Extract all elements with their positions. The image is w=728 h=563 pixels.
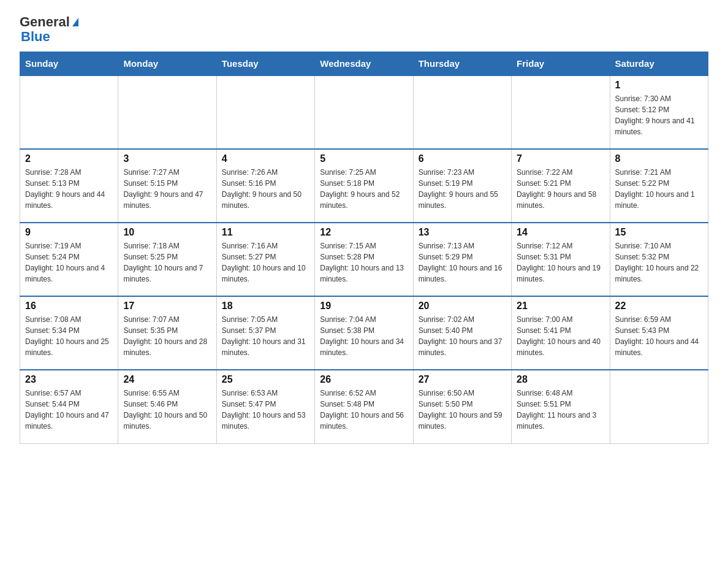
- day-number: 17: [123, 301, 211, 312]
- calendar-cell: 25Sunrise: 6:53 AMSunset: 5:47 PMDayligh…: [216, 370, 314, 443]
- day-number: 12: [320, 227, 408, 238]
- calendar-table: SundayMondayTuesdayWednesdayThursdayFrid…: [20, 52, 708, 444]
- calendar-cell: 24Sunrise: 6:55 AMSunset: 5:46 PMDayligh…: [118, 370, 216, 443]
- day-info: Sunrise: 7:08 AMSunset: 5:34 PMDaylight:…: [25, 314, 113, 358]
- day-number: 1: [615, 80, 703, 91]
- calendar-cell: [20, 75, 118, 149]
- day-info: Sunrise: 7:04 AMSunset: 5:38 PMDaylight:…: [320, 314, 408, 358]
- logo: General Blue: [20, 15, 78, 44]
- day-info: Sunrise: 7:00 AMSunset: 5:41 PMDaylight:…: [517, 314, 604, 358]
- day-number: 7: [517, 153, 604, 164]
- week-row-4: 16Sunrise: 7:08 AMSunset: 5:34 PMDayligh…: [20, 296, 708, 370]
- day-info: Sunrise: 7:07 AMSunset: 5:35 PMDaylight:…: [123, 314, 211, 358]
- day-info: Sunrise: 7:13 AMSunset: 5:29 PMDaylight:…: [419, 240, 506, 285]
- day-info: Sunrise: 7:18 AMSunset: 5:25 PMDaylight:…: [123, 240, 211, 285]
- day-number: 8: [615, 153, 703, 164]
- calendar-cell: [512, 75, 610, 149]
- day-info: Sunrise: 7:25 AMSunset: 5:18 PMDaylight:…: [320, 167, 408, 211]
- week-row-5: 23Sunrise: 6:57 AMSunset: 5:44 PMDayligh…: [20, 370, 708, 443]
- calendar-cell: 11Sunrise: 7:16 AMSunset: 5:27 PMDayligh…: [216, 223, 314, 296]
- day-number: 6: [419, 153, 506, 164]
- day-info: Sunrise: 7:27 AMSunset: 5:15 PMDaylight:…: [123, 167, 211, 211]
- calendar-cell: [610, 370, 708, 443]
- week-row-1: 1Sunrise: 7:30 AMSunset: 5:12 PMDaylight…: [20, 75, 708, 149]
- day-info: Sunrise: 7:23 AMSunset: 5:19 PMDaylight:…: [419, 167, 506, 211]
- week-row-3: 9Sunrise: 7:19 AMSunset: 5:24 PMDaylight…: [20, 223, 708, 296]
- calendar-cell: 15Sunrise: 7:10 AMSunset: 5:32 PMDayligh…: [610, 223, 708, 296]
- calendar-cell: 14Sunrise: 7:12 AMSunset: 5:31 PMDayligh…: [512, 223, 610, 296]
- weekday-header-row: SundayMondayTuesdayWednesdayThursdayFrid…: [20, 52, 708, 76]
- day-number: 19: [320, 301, 408, 312]
- calendar-cell: 16Sunrise: 7:08 AMSunset: 5:34 PMDayligh…: [20, 296, 118, 370]
- day-number: 5: [320, 153, 408, 164]
- day-info: Sunrise: 7:05 AMSunset: 5:37 PMDaylight:…: [222, 314, 309, 358]
- day-info: Sunrise: 6:57 AMSunset: 5:44 PMDaylight:…: [25, 388, 113, 432]
- day-number: 2: [25, 153, 113, 164]
- day-info: Sunrise: 6:55 AMSunset: 5:46 PMDaylight:…: [123, 388, 211, 432]
- day-number: 24: [123, 374, 211, 385]
- logo-text-general: General: [20, 15, 70, 29]
- day-info: Sunrise: 7:21 AMSunset: 5:22 PMDaylight:…: [615, 167, 703, 211]
- day-info: Sunrise: 7:19 AMSunset: 5:24 PMDaylight:…: [25, 240, 113, 285]
- calendar-cell: 6Sunrise: 7:23 AMSunset: 5:19 PMDaylight…: [413, 149, 511, 223]
- day-info: Sunrise: 6:53 AMSunset: 5:47 PMDaylight:…: [222, 388, 309, 432]
- calendar-cell: 13Sunrise: 7:13 AMSunset: 5:29 PMDayligh…: [413, 223, 511, 296]
- day-number: 3: [123, 153, 211, 164]
- day-number: 28: [517, 374, 604, 385]
- calendar-cell: 12Sunrise: 7:15 AMSunset: 5:28 PMDayligh…: [315, 223, 413, 296]
- day-info: Sunrise: 7:16 AMSunset: 5:27 PMDaylight:…: [222, 240, 309, 285]
- day-info: Sunrise: 7:10 AMSunset: 5:32 PMDaylight:…: [615, 240, 703, 285]
- day-number: 27: [419, 374, 506, 385]
- calendar-cell: 1Sunrise: 7:30 AMSunset: 5:12 PMDaylight…: [610, 75, 708, 149]
- calendar-cell: 4Sunrise: 7:26 AMSunset: 5:16 PMDaylight…: [216, 149, 314, 223]
- day-number: 16: [25, 301, 113, 312]
- day-info: Sunrise: 6:50 AMSunset: 5:50 PMDaylight:…: [419, 388, 506, 432]
- weekday-header-saturday: Saturday: [610, 52, 708, 76]
- calendar-cell: 10Sunrise: 7:18 AMSunset: 5:25 PMDayligh…: [118, 223, 216, 296]
- calendar-cell: [413, 75, 511, 149]
- calendar-cell: 22Sunrise: 6:59 AMSunset: 5:43 PMDayligh…: [610, 296, 708, 370]
- day-number: 22: [615, 301, 703, 312]
- calendar-cell: [216, 75, 314, 149]
- day-info: Sunrise: 6:52 AMSunset: 5:48 PMDaylight:…: [320, 388, 408, 432]
- calendar-cell: 27Sunrise: 6:50 AMSunset: 5:50 PMDayligh…: [413, 370, 511, 443]
- day-info: Sunrise: 7:26 AMSunset: 5:16 PMDaylight:…: [222, 167, 309, 211]
- calendar-cell: 17Sunrise: 7:07 AMSunset: 5:35 PMDayligh…: [118, 296, 216, 370]
- day-number: 21: [517, 301, 604, 312]
- day-number: 4: [222, 153, 309, 164]
- day-number: 23: [25, 374, 113, 385]
- day-number: 14: [517, 227, 604, 238]
- day-info: Sunrise: 6:48 AMSunset: 5:51 PMDaylight:…: [517, 388, 604, 432]
- week-row-2: 2Sunrise: 7:28 AMSunset: 5:13 PMDaylight…: [20, 149, 708, 223]
- page-header: General Blue: [20, 15, 708, 44]
- weekday-header-thursday: Thursday: [413, 52, 511, 76]
- calendar-cell: 23Sunrise: 6:57 AMSunset: 5:44 PMDayligh…: [20, 370, 118, 443]
- calendar-cell: 5Sunrise: 7:25 AMSunset: 5:18 PMDaylight…: [315, 149, 413, 223]
- logo-triangle-icon: [72, 18, 78, 26]
- calendar-cell: [315, 75, 413, 149]
- day-info: Sunrise: 7:22 AMSunset: 5:21 PMDaylight:…: [517, 167, 604, 211]
- day-number: 18: [222, 301, 309, 312]
- calendar-cell: 3Sunrise: 7:27 AMSunset: 5:15 PMDaylight…: [118, 149, 216, 223]
- calendar-cell: 7Sunrise: 7:22 AMSunset: 5:21 PMDaylight…: [512, 149, 610, 223]
- weekday-header-sunday: Sunday: [20, 52, 118, 76]
- calendar-cell: 21Sunrise: 7:00 AMSunset: 5:41 PMDayligh…: [512, 296, 610, 370]
- day-number: 26: [320, 374, 408, 385]
- weekday-header-wednesday: Wednesday: [315, 52, 413, 76]
- logo-text-blue: Blue: [21, 29, 50, 44]
- calendar-cell: 2Sunrise: 7:28 AMSunset: 5:13 PMDaylight…: [20, 149, 118, 223]
- calendar-cell: 9Sunrise: 7:19 AMSunset: 5:24 PMDaylight…: [20, 223, 118, 296]
- day-info: Sunrise: 7:30 AMSunset: 5:12 PMDaylight:…: [615, 93, 703, 137]
- day-number: 15: [615, 227, 703, 238]
- calendar-cell: 19Sunrise: 7:04 AMSunset: 5:38 PMDayligh…: [315, 296, 413, 370]
- calendar-cell: 20Sunrise: 7:02 AMSunset: 5:40 PMDayligh…: [413, 296, 511, 370]
- day-number: 9: [25, 227, 113, 238]
- calendar-cell: [118, 75, 216, 149]
- calendar-cell: 28Sunrise: 6:48 AMSunset: 5:51 PMDayligh…: [512, 370, 610, 443]
- weekday-header-tuesday: Tuesday: [216, 52, 314, 76]
- weekday-header-monday: Monday: [118, 52, 216, 76]
- day-info: Sunrise: 7:02 AMSunset: 5:40 PMDaylight:…: [419, 314, 506, 358]
- day-info: Sunrise: 7:28 AMSunset: 5:13 PMDaylight:…: [25, 167, 113, 211]
- day-number: 10: [123, 227, 211, 238]
- day-number: 13: [419, 227, 506, 238]
